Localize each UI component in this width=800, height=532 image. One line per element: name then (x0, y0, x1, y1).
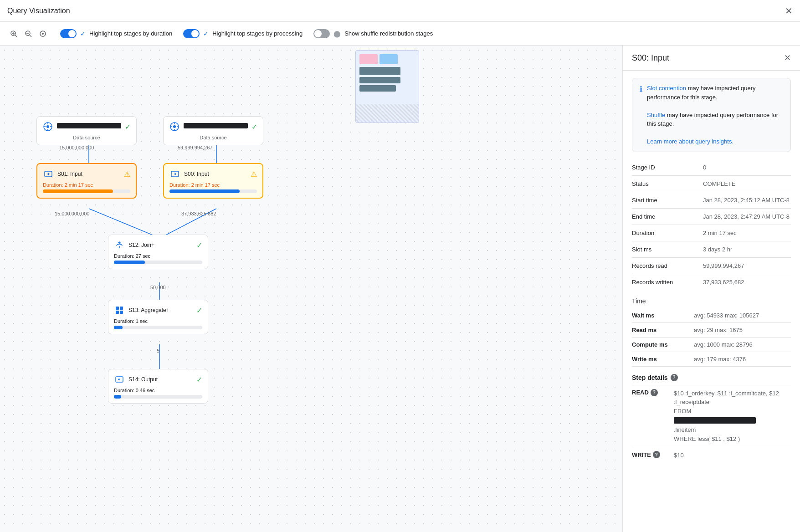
slot-contention-link[interactable]: Slot contention (647, 85, 686, 92)
s12-status: ✓ (196, 241, 202, 250)
write-help-icon[interactable]: ? (653, 451, 660, 458)
zoom-in-button[interactable] (7, 27, 20, 40)
read-ms-key: Read ms (632, 327, 687, 333)
slot-ms-row: Slot ms 3 days 2 hr (632, 241, 791, 258)
edge-label-e4: 37,933,625,682 (181, 211, 216, 216)
s12-title: S12: Join+ (128, 242, 193, 248)
s00-icon (169, 169, 180, 179)
read-help-icon[interactable]: ? (651, 389, 658, 396)
wait-ms-key: Wait ms (632, 312, 687, 319)
node-ds1[interactable]: ✓ Data source (36, 116, 137, 145)
node-s01[interactable]: S01: Input ⚠ Duration: 2 min 17 sec (36, 163, 137, 199)
svg-line-1 (15, 35, 17, 37)
panel-title: S00: Input (632, 53, 669, 63)
end-time-row: End time Jan 28, 2023, 2:47:29 AM UTC-8 (632, 209, 791, 225)
svg-rect-30 (120, 307, 123, 310)
write-ms-row: Write ms avg: 179 max: 4376 (632, 352, 791, 367)
node-s13[interactable]: S13: Aggregate+ ✓ Duration: 1 sec (108, 300, 208, 334)
s13-bar (114, 326, 123, 329)
stage-id-row: Stage ID 0 (632, 159, 791, 176)
s14-icon (114, 374, 125, 385)
toggle-shuffle-group: ⬤ Show shuffle redistribution stages (313, 29, 433, 38)
ds2-label: Data source (169, 135, 257, 140)
zoom-controls (7, 27, 49, 40)
panel-header: S00: Input ✕ (623, 46, 800, 71)
content-area: ✓ Data source 15,000,000,000 (0, 46, 800, 532)
graph-area[interactable]: ✓ Data source 15,000,000,000 (0, 46, 622, 532)
node-s00[interactable]: S00: Input ⚠ Duration: 2 min 17 sec (163, 163, 263, 199)
end-time-val: Jan 28, 2023, 2:47:29 AM UTC-8 (703, 213, 791, 220)
write-step-row: WRITE ? $10 (632, 447, 791, 464)
s13-title: S13: Aggregate+ (128, 307, 193, 313)
info-icon: ℹ (640, 85, 642, 146)
read-step-key: READ ? (632, 389, 668, 396)
toggle-shuffle[interactable] (313, 29, 330, 38)
panel-close-button[interactable]: ✕ (784, 53, 791, 63)
start-time-key: Start time (632, 197, 696, 204)
s14-duration: Duration: 0.46 sec (114, 388, 202, 393)
ds1-status: ✓ (125, 123, 131, 131)
s00-bar (169, 189, 240, 193)
toggle-processing-group: ✓ Highlight top stages by processing (183, 29, 303, 38)
redacted-bar (674, 417, 756, 424)
status-val: COMPLETE (703, 180, 791, 187)
s01-duration: Duration: 2 min 17 sec (43, 182, 130, 188)
shuffle-link[interactable]: Shuffle (647, 112, 665, 118)
node-ds2[interactable]: ✓ Data source (163, 116, 263, 145)
s13-icon (114, 305, 125, 316)
info-table: Stage ID 0 Status COMPLETE Start time Ja… (623, 159, 800, 290)
s13-status: ✓ (196, 306, 202, 315)
node-s12[interactable]: S12: Join+ ✓ Duration: 27 sec (108, 235, 208, 269)
step-details-help-icon[interactable]: ? (671, 374, 678, 381)
read-step-val: $10 :l_orderkey, $11 :l_commitdate, $12 … (674, 389, 791, 444)
window-close-button[interactable]: ✕ (785, 5, 793, 16)
svg-rect-29 (116, 307, 119, 310)
toolbar: ✓ Highlight top stages by duration ✓ Hig… (0, 22, 800, 46)
graph-canvas: ✓ Data source 15,000,000,000 (0, 46, 428, 492)
title-bar: Query Visualization ✕ (0, 0, 800, 22)
edge-label-e3: 15,000,000,000 (55, 211, 89, 216)
learn-more-link[interactable]: Learn more about query insights. (647, 138, 733, 145)
minimap-hatch (356, 104, 419, 123)
minimap[interactable] (355, 50, 419, 123)
status-key: Status (632, 180, 696, 187)
s14-bar (114, 395, 121, 399)
wait-ms-val: avg: 54933 max: 105627 (694, 312, 759, 319)
svg-line-5 (30, 35, 31, 37)
read-ms-row: Read ms avg: 29 max: 1675 (632, 323, 791, 338)
s12-bar (114, 261, 145, 264)
step-section: Step details ? READ ? $10 :l_orderkey, $… (623, 367, 800, 464)
node-s14[interactable]: S14: Output ✓ Duration: 0.46 sec (108, 369, 208, 404)
time-table: Wait ms avg: 54933 max: 105627 Read ms a… (623, 308, 800, 367)
toggle-duration-label: Highlight top stages by duration (89, 30, 172, 37)
app-container: Query Visualization ✕ (0, 0, 800, 532)
compute-ms-val: avg: 1000 max: 28796 (694, 341, 753, 348)
duration-key: Duration (632, 230, 696, 236)
datasource2-icon (169, 121, 180, 132)
zoom-out-button[interactable] (22, 27, 35, 40)
time-section-header: Time (623, 290, 800, 308)
edge-label-e2: 59,999,994,267 (178, 145, 212, 150)
s14-status: ✓ (196, 375, 202, 384)
toggle-duration[interactable] (60, 29, 77, 38)
svg-line-11 (89, 209, 155, 236)
write-ms-val: avg: 179 max: 4376 (694, 356, 746, 363)
status-row: Status COMPLETE (632, 176, 791, 192)
edge-label-e5: 50,000 (150, 285, 166, 290)
s00-warning-icon: ⚠ (251, 170, 257, 179)
write-ms-key: Write ms (632, 356, 687, 363)
toggle-processing-label: Highlight top stages by processing (212, 30, 303, 37)
write-step-val: $10 (674, 451, 791, 460)
toggle-processing[interactable] (183, 29, 200, 38)
zoom-reset-button[interactable] (36, 27, 49, 40)
s13-duration: Duration: 1 sec (114, 318, 202, 324)
ds2-status: ✓ (251, 123, 257, 131)
svg-point-22 (173, 125, 176, 128)
end-time-key: End time (632, 213, 696, 220)
svg-rect-31 (116, 311, 119, 314)
toggle-shuffle-label: Show shuffle redistribution stages (344, 30, 433, 37)
svg-point-16 (46, 125, 49, 128)
s14-title: S14: Output (128, 376, 193, 383)
compute-ms-key: Compute ms (632, 341, 687, 348)
read-ms-val: avg: 29 max: 1675 (694, 327, 743, 333)
